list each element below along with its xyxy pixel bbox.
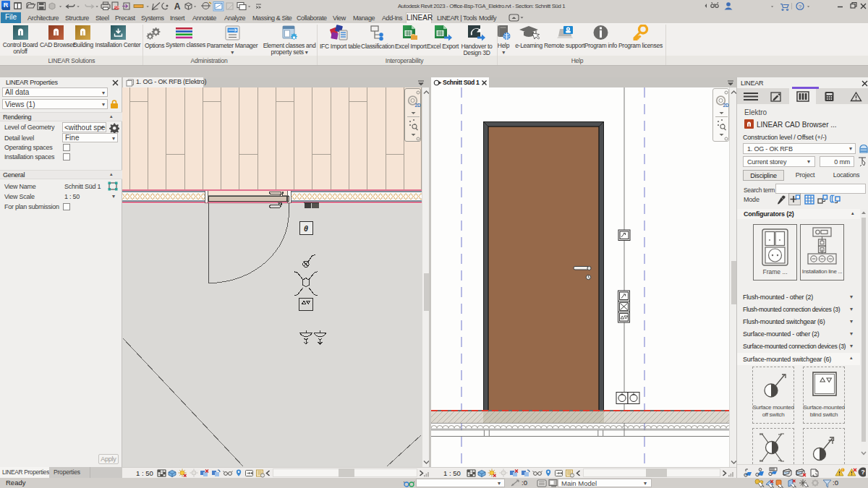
- svg-text:θ: θ: [304, 224, 308, 233]
- svg-text:?: ?: [799, 4, 802, 10]
- svg-text:A: A: [174, 1, 181, 12]
- svg-text:R: R: [4, 1, 9, 9]
- svg-text:PDF: PDF: [114, 6, 120, 9]
- svg-text:!: !: [842, 468, 843, 472]
- svg-text:?: ?: [861, 468, 865, 476]
- svg-text:2D: 2D: [415, 103, 422, 108]
- svg-text:2D: 2D: [723, 103, 730, 108]
